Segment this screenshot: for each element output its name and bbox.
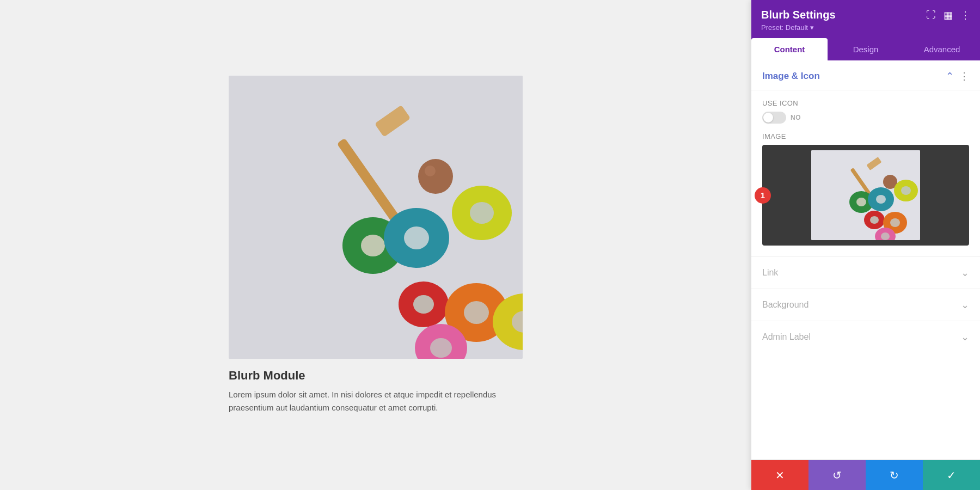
admin-label-section[interactable]: Admin Label ⌄: [751, 321, 980, 353]
svg-point-3: [418, 159, 453, 194]
cancel-button[interactable]: ✕: [751, 460, 808, 490]
svg-point-18: [430, 338, 452, 358]
blurb-text: Lorem ipsum dolor sit amet. In nisi dolo…: [229, 388, 512, 414]
background-section[interactable]: Background ⌄: [751, 289, 980, 321]
blurb-title: Blurb Module: [229, 369, 305, 383]
blurb-module: Blurb Module Lorem ipsum dolor sit amet.…: [229, 76, 523, 414]
toggle-knob: [763, 113, 773, 122]
image-preview-inner: [811, 150, 920, 240]
tab-advanced[interactable]: Advanced: [904, 38, 980, 60]
image-preview-container: 1: [762, 145, 969, 246]
image-field-label: Image: [751, 132, 980, 145]
svg-point-8: [404, 226, 429, 249]
link-label: Link: [762, 268, 778, 278]
use-icon-label: Use Icon: [762, 99, 969, 107]
panel-body: Image & Icon ⌃ ⋮ Use Icon NO Image 1: [751, 60, 980, 460]
background-label: Background: [762, 300, 808, 310]
section-more-icon[interactable]: ⋮: [959, 70, 969, 82]
save-icon: ✓: [947, 469, 956, 482]
svg-point-4: [425, 166, 436, 176]
undo-icon: ↺: [832, 469, 842, 482]
panel-header: Blurb Settings ⛶ ▦ ⋮ Preset: Default: [751, 0, 980, 38]
step-badge: 1: [755, 187, 771, 204]
svg-point-24: [856, 198, 866, 206]
panel-footer: ✕ ↺ ↻ ✓: [751, 460, 980, 490]
cancel-icon: ✕: [775, 469, 785, 482]
admin-label: Admin Label: [762, 332, 811, 342]
tab-design[interactable]: Design: [828, 38, 904, 60]
svg-point-12: [413, 295, 434, 314]
svg-point-26: [876, 195, 886, 204]
admin-label-chevron-icon: ⌄: [961, 331, 969, 343]
use-icon-toggle[interactable]: [762, 112, 786, 124]
panel-header-icons: ⛶ ▦ ⋮: [926, 9, 970, 21]
more-icon[interactable]: ⋮: [960, 9, 970, 21]
use-icon-field: Use Icon NO: [751, 90, 980, 132]
svg-point-30: [870, 216, 879, 224]
svg-point-32: [890, 218, 900, 227]
settings-panel: Blurb Settings ⛶ ▦ ⋮ Preset: Default Con…: [751, 0, 980, 490]
link-section[interactable]: Link ⌄: [751, 256, 980, 289]
redo-icon: ↻: [890, 469, 899, 482]
preview-area: Blurb Module Lorem ipsum dolor sit amet.…: [0, 0, 751, 490]
section-title-image-icon: Image & Icon: [762, 71, 820, 82]
redo-button[interactable]: ↻: [866, 460, 923, 490]
collapse-icon[interactable]: ⌃: [946, 70, 954, 82]
panel-preset[interactable]: Preset: Default: [761, 23, 970, 32]
svg-point-6: [361, 235, 385, 256]
svg-point-34: [881, 232, 890, 240]
panel-tabs: Content Design Advanced: [751, 38, 980, 60]
split-icon[interactable]: ▦: [944, 9, 953, 21]
toggle-wrap: NO: [762, 112, 969, 124]
section-controls: ⌃ ⋮: [946, 70, 969, 82]
svg-point-14: [464, 301, 489, 324]
svg-point-10: [470, 202, 494, 224]
toggle-state-label: NO: [791, 114, 801, 121]
image-preview-wrap[interactable]: [762, 145, 969, 246]
blurb-image: [229, 76, 523, 359]
save-button[interactable]: ✓: [923, 460, 980, 490]
undo-button[interactable]: ↺: [808, 460, 866, 490]
svg-point-28: [901, 186, 911, 195]
link-chevron-icon: ⌄: [961, 267, 969, 279]
panel-title: Blurb Settings: [761, 9, 836, 21]
fullscreen-icon[interactable]: ⛶: [926, 9, 936, 21]
image-icon-section-header: Image & Icon ⌃ ⋮: [751, 60, 980, 90]
tab-content[interactable]: Content: [751, 38, 828, 60]
panel-header-top: Blurb Settings ⛶ ▦ ⋮: [761, 9, 970, 21]
background-chevron-icon: ⌄: [961, 299, 969, 311]
